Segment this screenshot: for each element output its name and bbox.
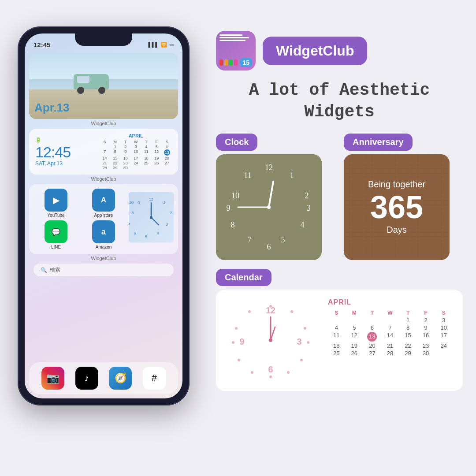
svg-text:9: 9 [227, 204, 231, 212]
widget-label-photo: WidgetClub [29, 121, 178, 126]
cal-day-23: 23 [120, 161, 130, 165]
cal-day-12: 12 [152, 149, 162, 156]
cal-r2-8: 8 [399, 324, 416, 331]
app-icon-appstore[interactable]: A [92, 189, 115, 212]
cal-r1-2: 2 [417, 317, 435, 324]
signal-icon: ▌▌▌ [149, 42, 159, 47]
color-dot-green [229, 60, 233, 66]
slack-icon: # [152, 372, 157, 384]
cal-h-t2: T [399, 310, 416, 316]
svg-point-39 [238, 359, 240, 361]
photo-widget: Apr.13 [29, 53, 178, 119]
cal-r5-25: 25 [328, 350, 345, 357]
cal-r2-5: 5 [346, 324, 363, 331]
widget-label-2: WidgetClub [29, 176, 178, 182]
cal-day-18: 18 [141, 156, 151, 160]
svg-text:12: 12 [149, 197, 153, 202]
cal-r4-24: 24 [435, 342, 452, 349]
search-icon: 🔍 [41, 267, 47, 273]
mini-cal-header: APRIL [100, 133, 172, 138]
cal-day-2: 2 [120, 145, 130, 149]
digital-clock-section: 🔋 12:45 SAT, Apr.13 [35, 137, 95, 167]
widgetclub-app-icon: 15 [216, 31, 256, 71]
app-wrap-youtube[interactable]: ▶ YouTube [33, 189, 78, 218]
cal-r4-23: 23 [417, 342, 435, 349]
icon-line-1 [219, 34, 242, 36]
calendar-label: Calendar [216, 269, 271, 286]
svg-text:5: 5 [145, 234, 147, 239]
dock-icon-tiktok[interactable]: ♪ [75, 367, 98, 390]
status-icons: ▌▌▌ 🛜 ▭ [149, 42, 174, 48]
anniversary-widget: Being together 365 Days [344, 154, 450, 260]
svg-point-32 [290, 310, 293, 313]
dock-icon-slack[interactable]: # [143, 367, 166, 390]
cal-r3-11: 11 [328, 332, 345, 342]
phone-dock: 📷 ♪ 🧭 # [29, 362, 178, 394]
svg-text:3: 3 [297, 337, 301, 346]
cal-empty1 [100, 145, 110, 149]
search-bar[interactable]: 🔍 検索 [33, 264, 174, 276]
analog-clock-svg: 12 1 2 3 4 5 6 7 8 9 10 11 [216, 154, 322, 260]
cal-day-15: 15 [110, 156, 120, 160]
app-label-line: LINE [51, 245, 61, 249]
app-wrap-line[interactable]: 💬 LINE [33, 220, 78, 249]
cal-e4: . [382, 317, 399, 324]
cal-header-sa: S [162, 140, 172, 144]
cal-r4-18: 18 [328, 342, 345, 349]
widget-label-3: WidgetClub [29, 256, 178, 261]
cal-day-5: 5 [152, 145, 162, 149]
pink-clock-svg: 12 3 6 9 [227, 298, 315, 382]
cal-e3: . [364, 317, 381, 324]
line-icon: 💬 [52, 228, 60, 236]
cal-r2-9: 9 [417, 324, 435, 331]
cal-r5-26: 26 [346, 350, 363, 357]
anniversary-label: Anniversary [344, 134, 413, 151]
instagram-icon: 📷 [46, 372, 60, 384]
cal-h-f: F [417, 310, 435, 316]
tiktok-icon: ♪ [84, 372, 89, 384]
app-wrap-appstore[interactable]: A App store [81, 189, 126, 218]
app-icon-amazon[interactable]: a [92, 220, 115, 243]
cal-day-19: 19 [152, 156, 162, 160]
cal-header-t: T [120, 140, 130, 144]
phone-notch [75, 33, 132, 46]
cal-day-22: 22 [110, 161, 120, 165]
svg-point-34 [307, 341, 309, 344]
cal-day-14: 14 [100, 156, 110, 160]
svg-text:3: 3 [307, 204, 311, 212]
svg-point-33 [304, 327, 306, 330]
app-title-bubble: WidgetClub [263, 37, 367, 65]
anni-number: 365 [370, 191, 423, 223]
mini-cal-grid: S M T W T F S 1 2 3 4 5 [100, 140, 172, 170]
pink-clock-area: 12 3 6 9 [227, 298, 315, 382]
cal-r1-3: 3 [435, 317, 452, 324]
icon-line-2 [219, 37, 249, 38]
svg-text:1: 1 [163, 200, 165, 205]
app-tagline: A lot of Aesthetic Widgets [216, 79, 463, 123]
cal-r5-27: 27 [364, 350, 381, 357]
anni-text-days: Days [387, 225, 407, 235]
status-time: 12:45 [33, 41, 50, 48]
cal-e2: . [346, 317, 363, 324]
van-illustration [74, 74, 109, 94]
svg-point-37 [269, 376, 272, 378]
cal-day-26: 26 [152, 161, 162, 165]
amazon-icon: a [101, 227, 106, 237]
cal-header-m: M [110, 140, 120, 144]
cal-day-6: 6 [162, 145, 172, 149]
svg-point-41 [235, 327, 238, 330]
dock-icon-safari[interactable]: 🧭 [109, 367, 132, 390]
app-icon-youtube[interactable]: ▶ [45, 189, 67, 212]
wifi-icon: 🛜 [161, 42, 167, 48]
apps-section: ▶ YouTube A App store [29, 184, 178, 254]
color-dot-red [219, 60, 223, 66]
cal-r4-22: 22 [399, 342, 416, 349]
svg-text:6: 6 [134, 231, 136, 235]
app-wrap-amazon[interactable]: a Amazon [81, 220, 126, 249]
app-icon-line[interactable]: 💬 [45, 220, 67, 243]
dock-icon-instagram[interactable]: 📷 [41, 367, 64, 390]
cal-h-s1: S [328, 310, 345, 316]
svg-text:4: 4 [156, 231, 159, 235]
anniversary-section: Anniversary Being together 365 Days [344, 134, 463, 260]
cal-day-8: 8 [110, 149, 120, 156]
